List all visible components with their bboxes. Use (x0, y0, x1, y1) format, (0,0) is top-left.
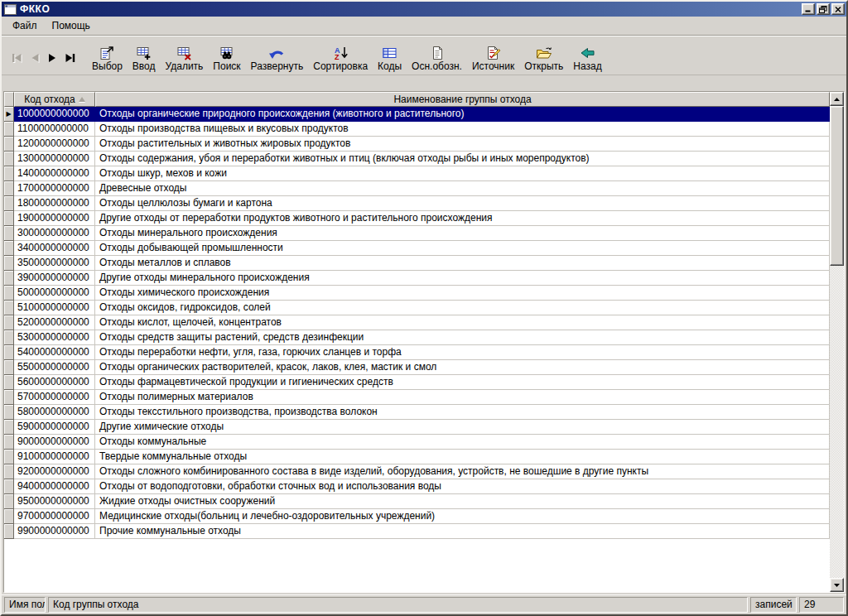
waste-code-cell[interactable]: 9700000000000 (14, 509, 95, 524)
expand-button[interactable]: Развернуть (246, 43, 309, 73)
table-row[interactable]: 5900000000000 Другие химические отходы (4, 420, 830, 435)
waste-name-cell[interactable]: Отходы полимерных материалов (95, 390, 830, 405)
sort-button[interactable]: A Z Сортировка (308, 43, 373, 73)
open-button[interactable]: Открыть (519, 43, 568, 73)
waste-code-cell[interactable]: 9200000000000 (14, 464, 95, 479)
table-row[interactable]: 1200000000000 Отходы растительных и живо… (4, 137, 830, 152)
waste-code-cell[interactable]: 1100000000000 (14, 122, 95, 137)
waste-code-cell[interactable]: 1000000000000 (14, 107, 95, 122)
table-row[interactable]: 1900000000000 Другие отходы от переработ… (4, 211, 830, 226)
table-row[interactable]: 5600000000000 Отходы фармацевтической пр… (4, 375, 830, 390)
nav-prior-button[interactable] (27, 52, 42, 64)
waste-code-cell[interactable]: 1700000000000 (14, 181, 95, 196)
waste-name-cell[interactable]: Отходы сложного комбинированного состава… (95, 464, 830, 479)
waste-code-cell[interactable]: 9400000000000 (14, 479, 95, 494)
waste-code-cell[interactable]: 3400000000000 (14, 241, 95, 256)
menu-file[interactable]: Файл (5, 17, 45, 34)
table-row[interactable]: 3500000000000 Отходы металлов и сплавов (4, 256, 830, 271)
table-row[interactable]: 9000000000000 Отходы коммунальные (4, 435, 830, 450)
table-row[interactable]: 9400000000000 Отходы от водоподготовки, … (4, 479, 830, 494)
table-row[interactable]: 5800000000000 Отходы тексстильного произ… (4, 405, 830, 420)
waste-code-cell[interactable]: 9900000000000 (14, 524, 95, 539)
waste-name-cell[interactable]: Отходы органических растворителей, красо… (95, 360, 830, 375)
waste-code-cell[interactable]: 1200000000000 (14, 137, 95, 152)
table-row[interactable]: 9700000000000 Медицинские отходы(больниц… (4, 509, 830, 524)
waste-code-cell[interactable]: 9500000000000 (14, 494, 95, 509)
minimize-button[interactable] (802, 3, 815, 15)
waste-code-cell[interactable]: 1800000000000 (14, 196, 95, 211)
scroll-up-button[interactable] (830, 92, 844, 106)
table-row[interactable]: 1400000000000 Отходы шкур, мехов и кожи (4, 166, 830, 181)
table-row[interactable]: 5500000000000 Отходы органических раство… (4, 360, 830, 375)
waste-code-cell[interactable]: 5200000000000 (14, 315, 95, 330)
table-row[interactable]: 9500000000000 Жидкие отходы очистных соо… (4, 494, 830, 509)
waste-code-cell[interactable]: 3500000000000 (14, 256, 95, 271)
table-row[interactable]: 1100000000000 Отходы производства пищевы… (4, 122, 830, 137)
nav-last-button[interactable] (62, 52, 79, 64)
waste-name-cell[interactable]: Отходы растительных и животных жировых п… (95, 137, 830, 152)
column-header-code[interactable]: Код отхода (14, 92, 95, 107)
waste-name-cell[interactable]: Жидкие отходы очистных сооружений (95, 494, 830, 509)
table-row[interactable]: 1800000000000 Отходы целлюлозы бумаги и … (4, 196, 830, 211)
codes-button[interactable]: Коды (373, 43, 407, 73)
select-button[interactable]: Выбор (87, 43, 128, 73)
waste-code-cell[interactable]: 3000000000000 (14, 226, 95, 241)
close-button[interactable] (831, 3, 845, 15)
waste-name-cell[interactable]: Отходы металлов и сплавов (95, 256, 830, 271)
waste-name-cell[interactable]: Отходы шкур, мехов и кожи (95, 166, 830, 181)
waste-name-cell[interactable]: Отходы оксидов, гидроксидов, солей (95, 301, 830, 315)
waste-name-cell[interactable]: Отходы содержания, убоя и переработки жи… (95, 152, 830, 166)
waste-code-cell[interactable]: 3900000000000 (14, 271, 95, 286)
waste-name-cell[interactable]: Другие отходы от переработки продуктов ж… (95, 211, 830, 226)
table-row[interactable]: 3400000000000 Отходы добывающей промышле… (4, 241, 830, 256)
waste-name-cell[interactable]: Отходы минерального происхождения (95, 226, 830, 241)
waste-name-cell[interactable]: Отходы коммунальные (95, 435, 830, 450)
search-button[interactable]: Поиск (208, 43, 245, 73)
waste-name-cell[interactable]: Отходы добывающей промышленности (95, 241, 830, 256)
waste-code-cell[interactable]: 5700000000000 (14, 390, 95, 405)
delete-button[interactable]: Удалить (161, 43, 209, 73)
back-button[interactable]: Назад (568, 43, 606, 73)
waste-code-cell[interactable]: 9000000000000 (14, 435, 95, 450)
waste-name-cell[interactable]: Твердые коммунальные отходы (95, 450, 830, 464)
waste-code-cell[interactable]: 1300000000000 (14, 152, 95, 166)
waste-name-cell[interactable]: Другие отходы минерального происхождения (95, 271, 830, 286)
insert-button[interactable]: Ввод (128, 43, 161, 73)
restore-button[interactable] (817, 3, 830, 15)
waste-name-cell[interactable]: Отходы от водоподготовки, обработки сточ… (95, 479, 830, 494)
waste-code-cell[interactable]: 5400000000000 (14, 345, 95, 360)
table-row[interactable]: 5000000000000 Отходы химического происхо… (4, 286, 830, 301)
menu-help[interactable]: Помощь (45, 17, 98, 34)
table-row[interactable]: ▶ 1000000000000 Отходы органические прир… (4, 107, 830, 122)
designation-button[interactable]: Осн.обозн. (407, 43, 467, 73)
table-row[interactable]: 5700000000000 Отходы полимерных материал… (4, 390, 830, 405)
scroll-thumb[interactable] (830, 106, 844, 266)
waste-name-cell[interactable]: Отходы тексстильного производства, произ… (95, 405, 830, 420)
table-row[interactable]: 5300000000000 Отходы средств защиты раст… (4, 330, 830, 345)
waste-name-cell[interactable]: Отходы производства пищевых и вкусовых п… (95, 122, 830, 137)
waste-code-cell[interactable]: 9100000000000 (14, 450, 95, 464)
table-row[interactable]: 5200000000000 Отходы кислот, щелочей, ко… (4, 315, 830, 330)
nav-first-button[interactable] (8, 52, 25, 64)
source-button[interactable]: Источник (467, 43, 519, 73)
waste-code-cell[interactable]: 5100000000000 (14, 301, 95, 315)
waste-code-cell[interactable]: 1900000000000 (14, 211, 95, 226)
waste-code-cell[interactable]: 5000000000000 (14, 286, 95, 301)
waste-name-cell[interactable]: Древесные отходы (95, 181, 830, 196)
waste-code-cell[interactable]: 5600000000000 (14, 375, 95, 390)
waste-name-cell[interactable]: Отходы органические природного происхожд… (95, 107, 830, 122)
table-row[interactable]: 5100000000000 Отходы оксидов, гидроксидо… (4, 301, 830, 315)
waste-code-cell[interactable]: 5300000000000 (14, 330, 95, 345)
waste-code-cell[interactable]: 5800000000000 (14, 405, 95, 420)
waste-code-cell[interactable]: 1400000000000 (14, 166, 95, 181)
table-row[interactable]: 3900000000000 Другие отходы минерального… (4, 271, 830, 286)
waste-name-cell[interactable]: Медицинские отходы(больниц и лечебно-озд… (95, 509, 830, 524)
table-row[interactable]: 5400000000000 Отходы переработки нефти, … (4, 345, 830, 360)
table-row[interactable]: 1700000000000 Древесные отходы (4, 181, 830, 196)
waste-name-cell[interactable]: Отходы средств защиты растений, средств … (95, 330, 830, 345)
waste-name-cell[interactable]: Прочие коммунальные отходы (95, 524, 830, 539)
waste-name-cell[interactable]: Отходы переработки нефти, угля, газа, го… (95, 345, 830, 360)
waste-name-cell[interactable]: Другие химические отходы (95, 420, 830, 435)
table-row[interactable]: 3000000000000 Отходы минерального происх… (4, 226, 830, 241)
table-row[interactable]: 1300000000000 Отходы содержания, убоя и … (4, 152, 830, 166)
